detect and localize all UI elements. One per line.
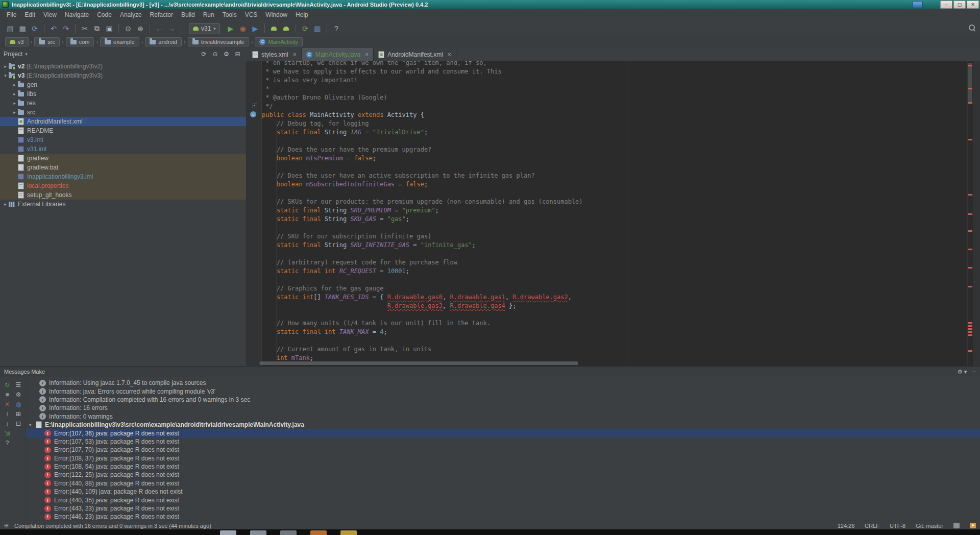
rerun-icon[interactable]: ↻ <box>2 380 13 390</box>
message-row-error[interactable]: !Error:(122, 25) java: package R does no… <box>26 471 980 479</box>
hide-icon[interactable]: ⊟ <box>233 50 242 59</box>
tree-item-res[interactable]: ▸res <box>0 99 246 108</box>
message-row[interactable]: ▾E:\Inapplicationbillingv3\v3\src\com\ex… <box>26 421 980 429</box>
message-row-error[interactable]: !Error:(107, 36) java: package R does no… <box>26 429 980 437</box>
caret-position[interactable]: 124:26 <box>838 523 855 529</box>
gradle-sync-icon[interactable]: ⟳ <box>299 23 311 34</box>
settings-icon[interactable]: ⚙ <box>13 390 24 399</box>
taskbar-item[interactable] <box>310 530 327 535</box>
editor-gutter[interactable]: c <box>246 61 262 366</box>
vertical-scrollbar[interactable] <box>968 63 972 104</box>
cut-icon[interactable]: ✂ <box>79 23 91 34</box>
maximize-button[interactable]: ▢ <box>953 1 966 9</box>
toolwindow-switcher-icon[interactable]: ⊞ <box>4 523 10 528</box>
close-button[interactable]: ✕ <box>967 1 979 9</box>
project-panel-title[interactable]: Project <box>4 51 22 58</box>
error-stripe-mark[interactable] <box>968 325 972 327</box>
taskbar-item[interactable] <box>220 530 236 535</box>
error-stripe-mark[interactable] <box>968 322 972 324</box>
monitor-icon[interactable]: ▥ <box>311 23 324 34</box>
settings-icon[interactable]: ⚙ <box>222 50 231 59</box>
message-row[interactable]: iInformation: 0 warnings <box>26 412 980 421</box>
chevron-right-icon[interactable]: ▸ <box>11 82 18 87</box>
class-gutter-icon[interactable]: c <box>250 111 256 117</box>
help-icon[interactable]: ? <box>2 438 13 448</box>
chevron-right-icon[interactable]: ▸ <box>2 64 9 69</box>
message-row-error[interactable]: !Error:(446, 23) java: package R does no… <box>26 513 980 521</box>
error-stripe-mark[interactable] <box>968 350 972 352</box>
menu-view[interactable]: View <box>39 10 61 19</box>
run-with-coverage-icon[interactable]: ▶ <box>249 23 261 34</box>
run-configuration-select[interactable]: v31 ▾ <box>189 23 220 34</box>
tree-item-readme[interactable]: README <box>0 126 246 135</box>
close-tab-icon[interactable]: × <box>365 51 369 58</box>
tree-item-v3[interactable]: ▾v3 (E:\Inapplicationbillingv3\v3) <box>0 71 246 80</box>
error-stripe-mark[interactable] <box>968 65 972 66</box>
copy-icon[interactable]: ⧉ <box>91 23 103 34</box>
minimize-button[interactable]: – <box>940 1 952 9</box>
chevron-right-icon[interactable]: ▸ <box>11 101 18 106</box>
error-stripe-mark[interactable] <box>968 286 972 287</box>
chevron-right-icon[interactable]: ▸ <box>2 202 9 207</box>
find-icon[interactable]: ⊙ <box>122 23 134 34</box>
tree-item-inapplicationbillingv3-iml[interactable]: Inapplicationbillingv3.iml <box>0 172 246 181</box>
menu-run[interactable]: Run <box>199 10 218 19</box>
message-row-error[interactable]: !Error:(107, 70) java: package R does no… <box>26 446 980 454</box>
notification-icon[interactable] <box>970 523 976 528</box>
tree-item-androidmanifest-xml[interactable]: AndroidManifest.xml <box>0 117 246 126</box>
tree-item-gen[interactable]: ▸gen <box>0 80 246 89</box>
tree-item-external-libraries[interactable]: ▸External Libraries <box>0 200 246 209</box>
chevron-right-icon[interactable]: ▸ <box>11 110 18 115</box>
menu-window[interactable]: Window <box>261 10 291 19</box>
breadcrumb-android[interactable]: android <box>145 37 182 46</box>
menu-help[interactable]: Help <box>291 10 312 19</box>
error-stripe-mark[interactable] <box>968 194 972 196</box>
paste-icon[interactable]: ▣ <box>103 23 115 34</box>
window-extra-icon[interactable] <box>913 1 923 8</box>
messages-header[interactable]: Messages Make ⚙ ▾─ <box>0 367 980 377</box>
error-stripe-mark[interactable] <box>968 267 972 269</box>
breadcrumb-v3[interactable]: v3 <box>5 37 29 46</box>
tab-mainactivity-java[interactable]: MainActivity.java× <box>302 48 374 61</box>
horizontal-scrollbar[interactable] <box>259 361 578 365</box>
tree-item-src[interactable]: ▸src <box>0 108 246 117</box>
undo-icon[interactable]: ↶ <box>47 23 60 34</box>
expand-all-icon[interactable]: ⊞ <box>13 409 24 419</box>
message-row[interactable]: iInformation: java: Errors occurred whil… <box>26 387 980 395</box>
synchronize-icon[interactable]: ⟳ <box>29 23 41 34</box>
message-row[interactable]: iInformation: Compilation completed with… <box>26 396 980 404</box>
tree-item-local-properties[interactable]: local.properties <box>0 181 246 190</box>
search-everywhere-icon[interactable] <box>968 24 975 31</box>
save-all-icon[interactable]: ▦ <box>16 23 29 34</box>
breadcrumb-trivialdrivesample[interactable]: trivialdrivesample <box>188 37 249 46</box>
menu-refactor[interactable]: Refactor <box>146 10 177 19</box>
scroll-from-source-icon[interactable]: ⊙ <box>210 50 220 59</box>
tree-item-v31-iml[interactable]: v31.iml <box>0 144 246 154</box>
tab-androidmanifest-xml[interactable]: AndroidManifest.xml× <box>374 48 456 61</box>
next-message-icon[interactable]: ↓ <box>2 419 13 428</box>
menu-edit[interactable]: Edit <box>20 10 39 19</box>
help-icon[interactable]: ? <box>330 23 342 34</box>
replace-icon[interactable]: ⊛ <box>134 23 146 34</box>
highlighting-level-icon[interactable] <box>953 523 960 528</box>
error-stripe[interactable] <box>967 61 973 366</box>
error-stripe-mark[interactable] <box>968 88 972 89</box>
message-row-error[interactable]: !Error:(440, 35) java: package R does no… <box>26 496 980 504</box>
export-icon[interactable]: ⇲ <box>2 428 13 438</box>
stop-icon[interactable]: ■ <box>2 390 13 399</box>
message-row-error[interactable]: !Error:(108, 54) java: package R does no… <box>26 463 980 471</box>
message-row-error[interactable]: !Error:(107, 53) java: package R does no… <box>26 437 980 446</box>
chevron-right-icon[interactable]: ▸ <box>11 91 18 96</box>
message-row-error[interactable]: !Error:(440, 109) java: package R does n… <box>26 488 980 496</box>
message-row-error[interactable]: !Error:(443, 23) java: package R does no… <box>26 504 980 513</box>
message-row-error[interactable]: !Error:(108, 37) java: package R does no… <box>26 454 980 463</box>
previous-message-icon[interactable]: ↑ <box>2 409 13 419</box>
chevron-down-icon[interactable]: ▾ <box>25 52 28 57</box>
menu-analyze[interactable]: Analyze <box>116 10 146 19</box>
editor[interactable]: c * on startup, we check if we own the "… <box>246 61 968 366</box>
menu-build[interactable]: Build <box>177 10 199 19</box>
tree-item-v3-iml[interactable]: v3.iml <box>0 135 246 144</box>
title-bar[interactable]: Inapplicationbillingv3t - [E:\Inapplicat… <box>0 0 980 9</box>
forward-icon[interactable]: → <box>165 23 178 34</box>
avd-manager-icon[interactable] <box>268 23 280 34</box>
